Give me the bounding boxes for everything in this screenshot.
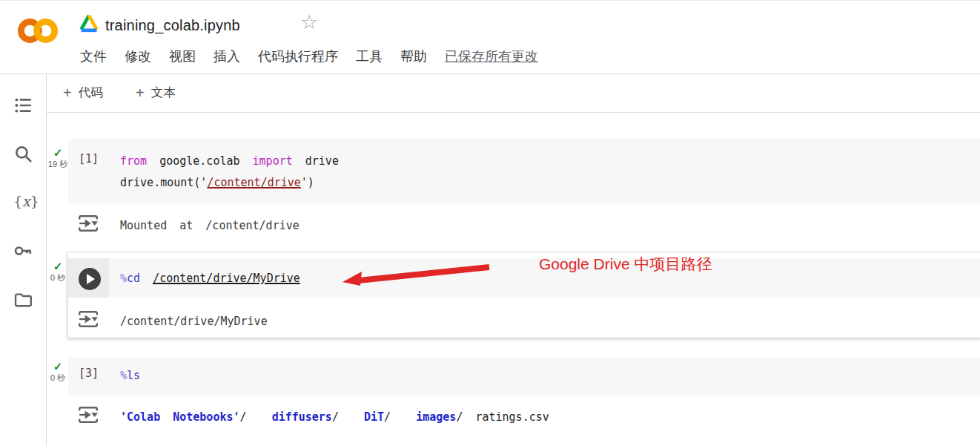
code-line[interactable]: %cd /content/drive/MyDrive [120,272,300,285]
token-plain [463,410,475,424]
token-plain: ratings.csv [475,410,549,424]
menu-help[interactable]: 帮助 [400,47,427,65]
token-kw: import [253,154,293,168]
token-plain [391,410,416,424]
code-cell-3[interactable] [68,358,980,396]
search-icon[interactable] [13,144,33,163]
annotation-arrow [341,260,495,287]
token-plain: ') [301,176,314,189]
output-text-1: Mounted at /content/drive [120,217,299,235]
token-dir: 'Colab Notebooks' [120,410,240,424]
exec-time: 19 秒 [46,159,70,169]
exec-count-1: [1] [79,152,99,165]
exec-time: 0 秒 [46,272,70,283]
header: training_colab.ipynb ☆ 文件 修改 视图 插入 代码执行程… [0,1,980,74]
save-status[interactable]: 已保存所有更改 [445,47,538,65]
annotation-text: Google Drive 中项目路径 [539,254,712,275]
token-dir: images [416,410,456,424]
cell3-status: ✓ 0 秒 [46,360,70,383]
token-plain [140,272,153,285]
token-pct: % [120,272,127,285]
add-code-label: 代码 [79,85,103,101]
success-check-icon: ✓ [46,260,70,272]
toc-icon[interactable] [13,96,33,115]
token-plain: google.colab [147,154,252,168]
exec-time: 0 秒 [46,373,70,383]
token-dir: DiT [364,410,384,424]
code-line[interactable]: drive.mount('/content/drive') [120,172,314,194]
token-plain [339,410,364,424]
menu-edit[interactable]: 修改 [125,47,151,65]
cell1-status: ✓ 19 秒 [46,146,70,169]
token-plain: / [384,410,391,424]
code-line[interactable]: %ls [120,365,140,387]
folder-icon[interactable] [13,290,33,309]
menu-file[interactable]: 文件 [80,47,107,65]
token-plain: / [332,410,339,424]
output-text-3: 'Colab Notebooks'/ diffusers/ DiT/ image… [120,408,549,426]
code-cell-2[interactable]: %cd /content/drive/MyDrive /content/driv… [68,253,980,338]
sidebar: {x} [0,74,47,446]
success-check-icon: ✓ [46,146,70,159]
token-plain: / [240,410,247,424]
plus-icon: + [63,82,72,104]
add-code-button[interactable]: + 代码 [63,82,103,104]
token-plain [247,410,272,424]
exec-count-3: [3] [79,367,99,380]
menu-insert[interactable]: 插入 [213,47,240,65]
key-icon[interactable] [13,241,33,260]
success-check-icon: ✓ [46,360,70,373]
token-plain: drive [293,154,339,168]
colab-window: training_colab.ipynb ☆ 文件 修改 视图 插入 代码执行程… [0,0,980,446]
notebook-title[interactable]: training_colab.ipynb [105,14,240,36]
cell2-status: ✓ 0 秒 [46,260,70,283]
toolbar-divider [46,112,980,113]
token-linkred[interactable]: /content/drive [207,176,300,189]
drive-icon [79,13,99,33]
menu-view[interactable]: 视图 [169,47,196,65]
cell2-input-row[interactable]: %cd /content/drive/MyDrive [68,258,980,298]
colab-logo-icon[interactable] [16,13,59,48]
output-icon [78,214,99,233]
menu-tools[interactable]: 工具 [356,47,383,65]
output-icon [78,405,99,424]
token-pathlink[interactable]: /content/drive/MyDrive [153,272,300,285]
token-plain: drive.mount(' [120,176,207,189]
token-kw: from [120,154,147,168]
variables-icon[interactable]: {x} [13,191,33,211]
output-text-2: /content/drive/MyDrive [120,312,268,330]
code-line[interactable]: from google.colab import drive [120,151,339,172]
add-text-button[interactable]: + 文本 [136,82,176,104]
star-icon[interactable]: ☆ [300,10,318,35]
run-cell-button[interactable] [79,268,101,290]
menu-runtime[interactable]: 代码执行程序 [258,47,338,65]
output-icon [78,309,99,329]
add-text-label: 文本 [151,85,176,101]
token-pct: % [120,369,127,382]
token-cmd: ls [127,369,140,382]
token-dir: diffusers [272,410,332,424]
plus-icon: + [136,82,145,104]
menu-bar: 文件 修改 视图 插入 代码执行程序 工具 帮助 已保存所有更改 [80,46,538,67]
token-cmd: cd [127,272,140,285]
play-icon [87,274,95,284]
